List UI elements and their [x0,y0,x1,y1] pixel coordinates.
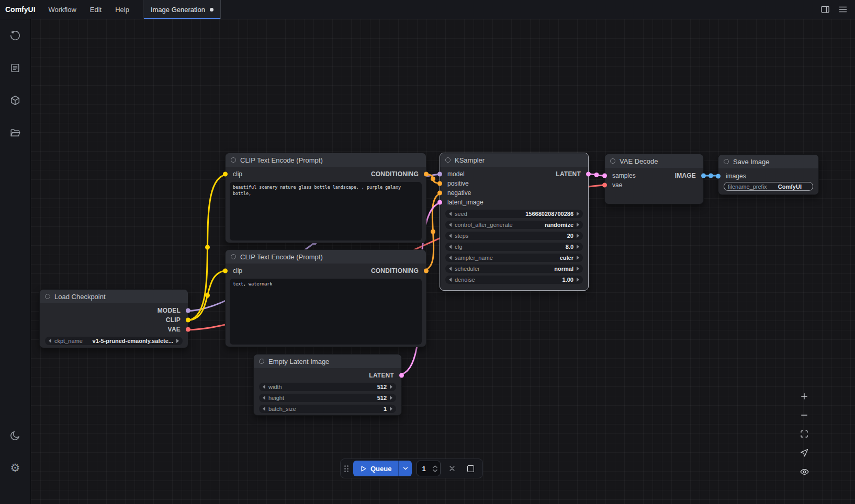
stepper-down-icon[interactable] [433,469,437,472]
prompt-text-area[interactable]: text, watermark [230,279,422,345]
decrement-arrow-icon[interactable] [449,245,452,249]
queue-button[interactable]: Queue [353,461,398,476]
port-negative-input[interactable] [437,191,442,196]
decrement-arrow-icon[interactable] [449,212,452,216]
node-load-checkpoint[interactable]: Load Checkpoint MODEL CLIP VAE ckpt_name… [39,289,188,348]
node-header[interactable]: VAE Decode [605,154,703,168]
port-clip-input[interactable] [223,172,228,177]
sidebar-item-node-library[interactable] [8,61,22,75]
increment-arrow-icon[interactable] [390,407,392,411]
queue-options-button[interactable] [398,461,412,476]
increment-arrow-icon[interactable] [577,223,579,227]
graph-canvas[interactable]: Load Checkpoint MODEL CLIP VAE ckpt_name… [31,19,855,504]
widget-width[interactable]: width 512 [259,383,396,391]
link-midpoint-dot[interactable] [594,173,599,177]
sidebar-item-model-library[interactable] [8,94,22,107]
node-clip-text-encode-positive[interactable]: CLIP Text Encode (Prompt) clip CONDITION… [225,153,426,243]
sidebar-item-workflows[interactable] [8,126,22,140]
port-positive-input[interactable] [437,181,442,186]
node-header[interactable]: Empty Latent Image [254,354,401,368]
increment-arrow-icon[interactable] [577,212,579,216]
port-latent-image-input[interactable] [437,200,442,205]
batch-count-input[interactable]: 1 [417,461,441,476]
collapse-dot[interactable] [610,158,615,164]
node-header[interactable]: Load Checkpoint [40,290,188,303]
widget-filename-prefix[interactable]: filename_prefix ComfyUI [724,182,813,191]
fit-view-button[interactable] [796,426,812,442]
port-clip-input[interactable] [223,269,228,273]
decrement-arrow-icon[interactable] [449,267,452,271]
menu-edit[interactable]: Edit [83,0,108,19]
widget-control-after-generate[interactable]: control_after_generate randomize [445,221,583,229]
port-images-input[interactable] [716,174,721,179]
settings-button[interactable]: ⚙ [8,461,22,475]
node-vae-decode[interactable]: VAE Decode samples IMAGE vae [604,154,704,204]
decrement-arrow-icon[interactable] [449,278,452,282]
clear-queue-button[interactable] [445,462,459,475]
decrement-arrow-icon[interactable] [263,385,265,389]
increment-arrow-icon[interactable] [577,267,579,271]
port-vae-input[interactable] [602,183,607,188]
node-ksampler[interactable]: KSampler model LATENT positive negative … [440,153,589,291]
collapse-dot[interactable] [724,159,729,164]
select-mode-button[interactable] [796,445,812,461]
theme-toggle-button[interactable] [8,429,22,442]
node-save-image[interactable]: Save Image images filename_prefix ComfyU… [718,154,819,195]
widget-seed[interactable]: seed 156680208700286 [445,210,583,218]
port-samples-input[interactable] [602,174,607,178]
app-logo[interactable]: ComfyUI [0,0,42,19]
prompt-text-area[interactable]: beautiful scenery nature glass bottle la… [230,182,422,240]
widget-denoise[interactable]: denoise 1.00 [445,276,583,284]
port-model-input[interactable] [437,172,442,177]
decrement-arrow-icon[interactable] [449,256,452,260]
zoom-out-button[interactable] [796,407,812,423]
increment-arrow-icon[interactable] [577,256,579,260]
collapse-dot[interactable] [45,294,50,299]
decrement-arrow-icon[interactable] [449,234,452,238]
node-empty-latent-image[interactable]: Empty Latent Image LATENT width 512 heig… [253,354,402,416]
increment-arrow-icon[interactable] [390,385,392,389]
collapse-dot[interactable] [445,157,451,163]
port-model-output[interactable] [186,308,190,313]
link-midpoint-dot[interactable] [431,177,435,181]
stop-button[interactable] [464,462,477,475]
stepper-up-icon[interactable] [433,465,437,468]
panel-toggle-button[interactable] [817,2,833,17]
collapse-dot[interactable] [259,359,264,364]
toggle-visibility-button[interactable] [796,464,812,479]
increment-arrow-icon[interactable] [577,278,579,282]
link-midpoint-dot[interactable] [708,174,713,178]
widget-ckpt-name[interactable]: ckpt_name v1-5-pruned-emaonly.safete... [45,337,183,345]
widget-scheduler[interactable]: scheduler normal [445,265,583,273]
port-latent-output[interactable] [399,373,404,378]
hamburger-menu-button[interactable] [835,2,851,17]
workflow-tab[interactable]: Image Generation [143,0,221,19]
sidebar-item-history[interactable] [8,29,22,42]
port-latent-output[interactable] [586,172,591,177]
increment-arrow-icon[interactable] [390,396,392,400]
collapse-dot[interactable] [231,254,236,259]
link-midpoint-dot[interactable] [205,245,210,250]
decrement-arrow-icon[interactable] [263,407,265,411]
node-header[interactable]: CLIP Text Encode (Prompt) [226,153,426,167]
link-midpoint-dot[interactable] [431,230,435,234]
increment-arrow-icon[interactable] [176,339,179,343]
widget-cfg[interactable]: cfg 8.0 [445,243,583,251]
decrement-arrow-icon[interactable] [263,396,265,400]
port-image-output[interactable] [701,174,706,178]
widget-batch-size[interactable]: batch_size 1 [259,405,396,413]
port-vae-output[interactable] [186,327,190,332]
menu-workflow[interactable]: Workflow [42,0,83,19]
decrement-arrow-icon[interactable] [49,339,51,343]
increment-arrow-icon[interactable] [577,234,579,238]
collapse-dot[interactable] [231,157,236,163]
port-clip-output[interactable] [186,318,190,323]
node-header[interactable]: Save Image [718,155,818,168]
increment-arrow-icon[interactable] [577,245,579,249]
port-conditioning-output[interactable] [424,172,429,177]
node-header[interactable]: CLIP Text Encode (Prompt) [226,250,426,264]
zoom-in-button[interactable] [796,388,812,404]
port-conditioning-output[interactable] [424,269,429,273]
node-header[interactable]: KSampler [440,153,588,167]
drag-handle[interactable] [344,465,348,472]
